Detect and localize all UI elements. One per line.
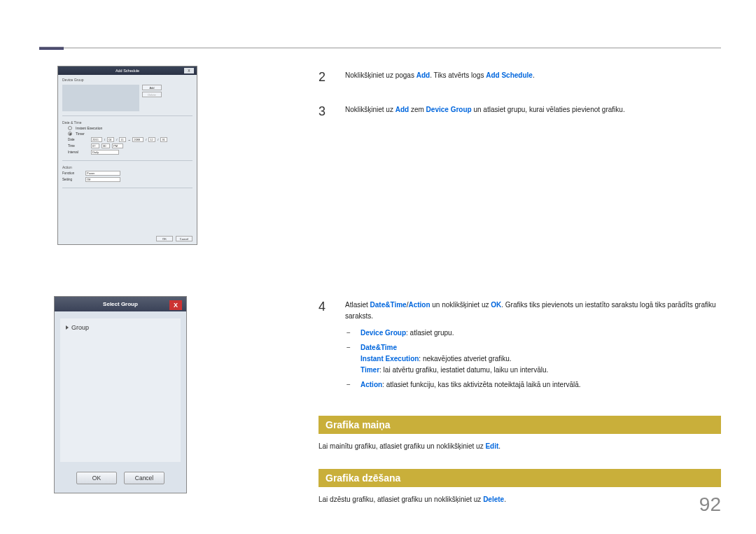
step-4: 4 Atlasiet Date&Time/Action un noklikšķi… xyxy=(318,300,721,394)
section-heading-change: Grafika maiņa xyxy=(318,416,721,434)
section-text: Lai mainītu grafiku, atlasiet grafiku un… xyxy=(318,441,721,452)
step-number: 4 xyxy=(318,300,332,394)
datetime-label: Date & Time xyxy=(62,120,192,125)
step-text: Noklikšķiniet uz Add zem Device Group un… xyxy=(345,104,721,121)
date-d1[interactable]: 11 xyxy=(119,137,126,142)
disclosure-icon[interactable] xyxy=(66,325,69,330)
group-tree[interactable]: Group xyxy=(60,318,181,462)
step-3: 3 Noklikšķiniet uz Add zem Device Group … xyxy=(318,104,721,121)
date-d2[interactable]: 31 xyxy=(160,137,167,142)
date-y1[interactable]: 2011 xyxy=(91,137,102,142)
device-group-list[interactable] xyxy=(62,85,139,111)
time-m[interactable]: 30 xyxy=(102,143,110,148)
step-text: Atlasiet Date&Time/Action un noklikšķini… xyxy=(345,300,721,394)
select-group-screenshot: Select Group X Group OK Cancel xyxy=(54,296,187,493)
time-label: Time xyxy=(68,144,89,148)
step-number: 2 xyxy=(318,70,332,87)
add-schedule-screenshot: Add Schedule X Device Group Add Delete D… xyxy=(57,66,197,245)
date-label: Date xyxy=(68,138,89,141)
close-icon[interactable]: X xyxy=(169,300,182,310)
list-item: Date&Time Instant Execution: nekavējotie… xyxy=(354,342,721,376)
instant-exec-label[interactable]: Instant Execution xyxy=(76,126,102,130)
ok-button[interactable]: OK xyxy=(76,472,117,484)
step-text: Noklikšķiniet uz pogas Add. Tiks atvērts… xyxy=(345,70,721,87)
setting-select[interactable]: Off xyxy=(85,177,120,182)
close-icon[interactable]: X xyxy=(184,68,194,73)
page-number: 92 xyxy=(699,493,721,516)
date-y2[interactable]: 2088 xyxy=(132,137,144,142)
cancel-button[interactable]: Cancel xyxy=(176,236,192,241)
delete-button: Delete xyxy=(142,92,162,97)
group-item[interactable]: Group xyxy=(66,324,175,331)
function-label: Function xyxy=(62,171,83,175)
action-label: Action xyxy=(62,165,192,169)
time-h[interactable]: 07 xyxy=(91,143,99,148)
list-item: Action: atlasiet funkciju, kas tiks akti… xyxy=(354,379,721,391)
cancel-button[interactable]: Cancel xyxy=(124,472,164,484)
timer-label[interactable]: Timer xyxy=(76,132,85,136)
list-item: Device Group: atlasiet grupu. xyxy=(354,328,721,339)
date-m1[interactable]: 04 xyxy=(107,137,114,142)
interval-label: Interval xyxy=(68,150,89,154)
device-group-label: Device Group xyxy=(62,78,192,82)
dialog-titlebar: Select Group X xyxy=(55,297,186,311)
function-select[interactable]: Power xyxy=(85,171,120,176)
section-heading-delete: Grafika dzēšana xyxy=(318,469,721,487)
group-label: Group xyxy=(71,324,89,331)
section-text: Lai dzēstu grafiku, atlasiet grafiku un … xyxy=(318,494,721,505)
dialog-title: Add Schedule xyxy=(115,69,139,73)
page-content: 2 Noklikšķiniet uz pogas Add. Tiks atvēr… xyxy=(318,70,721,518)
interval-select[interactable]: Daily xyxy=(91,150,119,155)
dialog-title: Select Group xyxy=(103,301,138,307)
step-number: 3 xyxy=(318,104,332,121)
time-ampm[interactable]: PM xyxy=(112,143,123,148)
setting-label: Setting xyxy=(62,178,83,181)
step-2: 2 Noklikšķiniet uz pogas Add. Tiks atvēr… xyxy=(318,70,721,87)
date-m2[interactable]: 12 xyxy=(148,137,155,142)
add-button[interactable]: Add xyxy=(142,85,162,90)
dialog-titlebar: Add Schedule X xyxy=(58,66,197,75)
ok-button[interactable]: OK xyxy=(156,236,173,241)
